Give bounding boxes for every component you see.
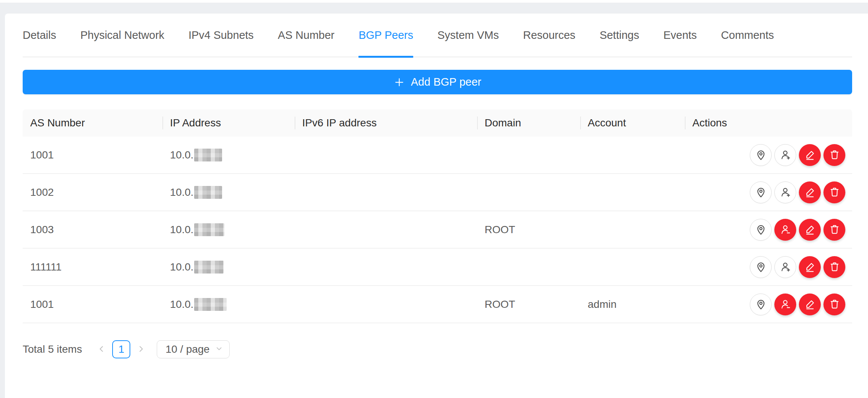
edit-pencil-icon: [804, 224, 816, 235]
edit-bgp-peer-button[interactable]: [799, 219, 821, 241]
add-account-button[interactable]: [774, 256, 796, 278]
table-row: 100310.0.ROOT: [23, 211, 852, 249]
trash-icon: [829, 149, 840, 161]
tab-comments[interactable]: Comments: [721, 13, 774, 57]
page-size-value: 10 / page: [165, 343, 210, 355]
user-remove-icon: [780, 298, 791, 310]
edit-pencil-icon: [804, 261, 816, 273]
cell-account: admin: [580, 298, 685, 310]
pagination-total: Total 5 items: [23, 343, 82, 355]
tab-physical-network[interactable]: Physical Network: [80, 13, 164, 57]
page-top-strip: [0, 0, 868, 3]
chevron-left-icon: [97, 344, 106, 355]
edit-pencil-icon: [804, 298, 816, 310]
edit-pencil-icon: [804, 149, 816, 161]
pagination-next-button[interactable]: [134, 340, 148, 358]
user-remove-icon: [780, 224, 791, 235]
tab-ipv4-subnets[interactable]: IPv4 Subnets: [188, 13, 254, 57]
user-add-icon: [780, 261, 791, 273]
column-header-ip-address: IP Address: [162, 109, 295, 137]
remove-account-button[interactable]: [774, 294, 796, 315]
ip-address-redacted-blur: [194, 261, 224, 274]
cell-actions: [685, 219, 852, 241]
user-add-icon: [780, 149, 791, 161]
view-location-button[interactable]: [750, 294, 772, 315]
cell-as-number: 1003: [23, 224, 162, 236]
cell-domain: ROOT: [477, 224, 580, 236]
chevron-down-icon: [215, 343, 223, 355]
pagination-page-1[interactable]: 1: [112, 340, 130, 358]
cell-domain: ROOT: [477, 298, 580, 310]
cell-as-number: 1002: [23, 186, 162, 198]
table-row: 100110.0.ROOTadmin: [23, 286, 852, 323]
delete-bgp-peer-button[interactable]: [823, 256, 845, 278]
trash-icon: [829, 224, 840, 235]
cell-ip-address: 10.0.: [162, 261, 295, 274]
ip-address-visible: 10.0.: [170, 298, 193, 310]
edit-pencil-icon: [804, 186, 816, 198]
tab-details[interactable]: Details: [23, 13, 56, 57]
cell-actions: [685, 256, 852, 278]
ip-address-redacted-blur: [194, 298, 227, 311]
add-bgp-peer-label: Add BGP peer: [411, 76, 481, 88]
tab-as-number[interactable]: AS Number: [278, 13, 335, 57]
tab-system-vms[interactable]: System VMs: [437, 13, 499, 57]
cell-as-number: 1001: [23, 149, 162, 161]
add-account-button[interactable]: [774, 144, 796, 166]
tab-bgp-peers[interactable]: BGP Peers: [358, 13, 413, 57]
view-location-button[interactable]: [750, 144, 772, 166]
column-header-account: Account: [580, 109, 685, 137]
view-location-button[interactable]: [750, 256, 772, 278]
location-pin-icon: [755, 186, 767, 198]
view-location-button[interactable]: [750, 181, 772, 203]
tab-bar: DetailsPhysical NetworkIPv4 SubnetsAS Nu…: [23, 14, 852, 57]
edit-bgp-peer-button[interactable]: [799, 294, 821, 315]
content-card: DetailsPhysical NetworkIPv4 SubnetsAS Nu…: [5, 14, 868, 398]
tab-events[interactable]: Events: [663, 13, 697, 57]
cell-as-number: 111111: [23, 261, 162, 273]
user-add-icon: [780, 186, 791, 198]
location-pin-icon: [755, 149, 767, 161]
view-location-button[interactable]: [750, 219, 772, 241]
table-body: 100110.0.100210.0.100310.0.ROOT11111110.…: [23, 137, 852, 323]
chevron-right-icon: [136, 344, 145, 355]
cell-actions: [685, 181, 852, 203]
location-pin-icon: [755, 298, 767, 310]
delete-bgp-peer-button[interactable]: [823, 144, 845, 166]
remove-account-button[interactable]: [774, 219, 796, 241]
delete-bgp-peer-button[interactable]: [823, 294, 845, 315]
cell-ip-address: 10.0.: [162, 186, 295, 199]
cell-as-number: 1001: [23, 298, 162, 310]
bgp-peers-table: AS NumberIP AddressIPv6 IP addressDomain…: [23, 109, 852, 323]
edit-bgp-peer-button[interactable]: [799, 256, 821, 278]
cell-ip-address: 10.0.: [162, 149, 295, 161]
location-pin-icon: [755, 224, 767, 235]
tab-resources[interactable]: Resources: [523, 13, 576, 57]
table-row: 11111110.0.: [23, 249, 852, 286]
edit-bgp-peer-button[interactable]: [799, 181, 821, 203]
ip-address-redacted-blur: [194, 149, 222, 161]
ip-address-visible: 10.0.: [170, 186, 193, 198]
add-account-button[interactable]: [774, 181, 796, 203]
trash-icon: [829, 261, 840, 273]
column-header-as-number: AS Number: [23, 109, 162, 137]
plus-icon: [394, 77, 405, 88]
cell-ip-address: 10.0.: [162, 223, 295, 236]
add-bgp-peer-button[interactable]: Add BGP peer: [23, 70, 852, 94]
cell-actions: [685, 144, 852, 166]
page-size-select[interactable]: 10 / page: [157, 340, 230, 358]
cell-ip-address: 10.0.: [162, 298, 295, 311]
column-header-domain: Domain: [477, 109, 580, 137]
ip-address-visible: 10.0.: [170, 224, 193, 236]
delete-bgp-peer-button[interactable]: [823, 181, 845, 203]
pagination-prev-button[interactable]: [95, 340, 108, 358]
trash-icon: [829, 186, 840, 198]
table-row: 100110.0.: [23, 137, 852, 174]
trash-icon: [829, 298, 840, 310]
edit-bgp-peer-button[interactable]: [799, 144, 821, 166]
location-pin-icon: [755, 261, 767, 273]
tab-settings[interactable]: Settings: [599, 13, 639, 57]
column-header-ipv6-ip-address: IPv6 IP address: [295, 109, 477, 137]
ip-address-visible: 10.0.: [170, 261, 193, 273]
delete-bgp-peer-button[interactable]: [823, 219, 845, 241]
